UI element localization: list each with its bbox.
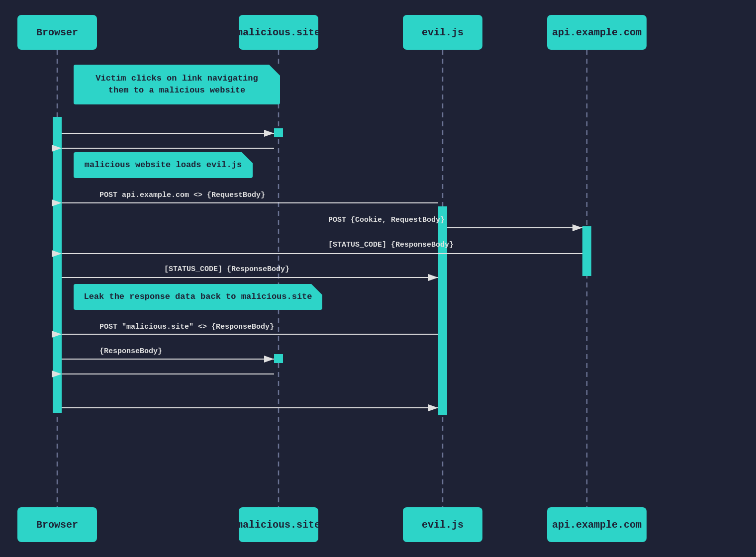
note-leak-response: Leak the response data back to malicious…: [74, 284, 322, 310]
actor-api-top-label: api.example.com: [552, 27, 642, 38]
svg-rect-8: [582, 226, 591, 276]
note-victim-click-text: Victim clicks on link navigating them to…: [95, 74, 258, 95]
actor-malicious-bottom-label: malicious.site: [237, 519, 320, 531]
actor-browser-top-label: Browser: [36, 27, 78, 38]
label-post-cookie: POST {Cookie, RequestBody}: [328, 216, 445, 224]
label-post-api: POST api.example.com <> {RequestBody}: [99, 191, 265, 199]
actor-api-bottom: api.example.com: [547, 507, 647, 542]
actor-api-bottom-label: api.example.com: [552, 519, 642, 531]
label-status-response1: [STATUS_CODE] {ResponseBody}: [328, 241, 454, 249]
note-leak-response-text: Leak the response data back to malicious…: [84, 292, 312, 301]
actor-evil-js-top: evil.js: [403, 15, 482, 50]
actor-evil-js-bottom-label: evil.js: [422, 519, 464, 531]
label-status-response2: [STATUS_CODE] {ResponseBody}: [164, 265, 289, 274]
svg-rect-9: [274, 128, 283, 137]
svg-rect-10: [274, 354, 283, 363]
svg-rect-7: [438, 206, 447, 415]
label-post-malicious: POST "malicious.site" <> {ResponseBody}: [99, 323, 274, 331]
actor-malicious-site-bottom: malicious.site: [239, 507, 318, 542]
note-loads-eviljs-text: malicious website loads evil.js: [85, 160, 242, 170]
note-loads-eviljs: malicious website loads evil.js: [74, 152, 253, 178]
note-victim-click: Victim clicks on link navigating them to…: [74, 65, 280, 104]
actor-api-top: api.example.com: [547, 15, 647, 50]
actor-malicious-top-label: malicious.site: [237, 27, 320, 38]
actor-browser-bottom: Browser: [17, 507, 97, 542]
actor-browser-bottom-label: Browser: [36, 519, 78, 531]
actor-browser-top: Browser: [17, 15, 97, 50]
actor-evil-js-top-label: evil.js: [422, 27, 464, 38]
label-responsebody: {ResponseBody}: [99, 347, 162, 356]
actor-malicious-site-top: malicious.site: [239, 15, 318, 50]
svg-rect-6: [53, 117, 62, 413]
actor-evil-js-bottom: evil.js: [403, 507, 482, 542]
diagram-container: Browser malicious.site evil.js api.examp…: [0, 0, 756, 557]
